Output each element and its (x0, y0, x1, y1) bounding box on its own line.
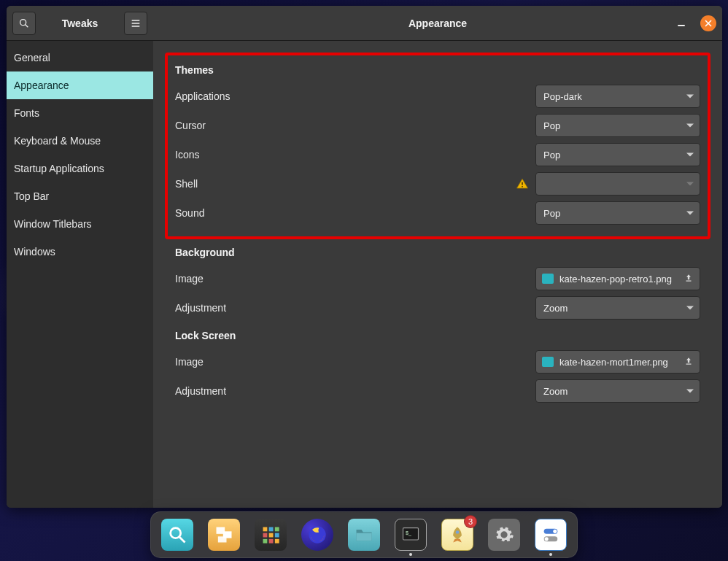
sidebar-item-label: Top Bar (14, 190, 49, 202)
sidebar-item-window-titlebars[interactable]: Window Titlebars (7, 210, 153, 238)
dock-item-workspaces[interactable] (208, 519, 240, 551)
apps-grid-icon (260, 525, 281, 545)
chevron-down-icon (686, 390, 694, 393)
svg-rect-18 (275, 527, 279, 532)
tweaks-window: Tweaks General Appearance Fonts Keyboard… (7, 6, 722, 508)
update-badge: 3 (464, 515, 477, 528)
sidebar: General Appearance Fonts Keyboard & Mous… (7, 41, 153, 508)
search-icon (167, 525, 187, 545)
dock-item-terminal[interactable]: $_ (395, 519, 427, 551)
dock-item-pop-shop[interactable]: 3 (441, 519, 473, 551)
file-name: kate-hazen-mort1mer.png (559, 357, 678, 368)
sidebar-item-label: Appearance (14, 80, 69, 91)
row-bg-image: Image kate-hazen-pop-retro1.png (175, 264, 700, 293)
dock-item-search[interactable] (161, 519, 193, 551)
row-bg-adjustment: Adjustment Zoom (175, 293, 700, 322)
label-cursor: Cursor (175, 120, 535, 131)
window-controls (673, 6, 716, 41)
firefox-icon (307, 525, 328, 545)
combo-icons[interactable]: Pop (535, 143, 700, 166)
content-header: Appearance (153, 6, 722, 41)
background-section: Background Image kate-hazen-pop-retro1.p… (165, 247, 710, 406)
svg-rect-7 (522, 182, 523, 185)
svg-rect-17 (269, 527, 274, 532)
svg-point-11 (171, 528, 181, 538)
toggle-switches-icon (541, 525, 561, 545)
image-thumbnail-icon (542, 357, 554, 367)
combo-value: Pop-dark (543, 91, 692, 102)
combo-value: Pop (543, 150, 692, 160)
sidebar-item-appearance[interactable]: Appearance (7, 71, 153, 99)
svg-point-29 (456, 530, 460, 534)
sidebar-item-startup-applications[interactable]: Startup Applications (7, 155, 153, 182)
left-header: Tweaks (7, 6, 153, 41)
file-chooser-bg-image[interactable]: kate-hazen-pop-retro1.png (535, 267, 700, 290)
label-icons: Icons (175, 149, 535, 160)
search-icon (18, 18, 30, 29)
svg-rect-10 (686, 363, 692, 364)
dock-item-tweaks[interactable] (535, 519, 567, 551)
sidebar-item-keyboard-mouse[interactable]: Keyboard & Mouse (7, 127, 153, 155)
content-pane: Appearance Themes Applications Pop-dark (153, 6, 722, 508)
row-shell: Shell (175, 169, 700, 198)
combo-cursor[interactable]: Pop (535, 114, 700, 137)
chevron-down-icon (686, 306, 694, 310)
label-lock-image: Image (175, 356, 535, 368)
row-lock-image: Image kate-hazen-mort1mer.png (175, 347, 700, 376)
chevron-down-icon (686, 212, 694, 215)
close-button[interactable] (700, 15, 716, 31)
label-shell: Shell (175, 178, 515, 190)
svg-point-33 (545, 537, 549, 541)
background-heading: Background (175, 247, 700, 258)
chevron-down-icon (686, 153, 694, 157)
svg-rect-22 (263, 539, 268, 543)
minimize-button[interactable] (673, 15, 690, 32)
label-sound: Sound (175, 207, 535, 219)
warning-icon (515, 177, 530, 191)
svg-rect-20 (269, 533, 274, 538)
svg-rect-8 (522, 186, 523, 187)
chevron-down-icon (686, 124, 694, 128)
chevron-down-icon (686, 95, 694, 98)
combo-bg-adjustment[interactable]: Zoom (535, 296, 700, 320)
row-lock-adjustment: Adjustment Zoom (175, 376, 700, 406)
label-bg-adjustment: Adjustment (175, 302, 535, 314)
label-applications: Applications (175, 90, 535, 102)
sidebar-item-label: Fonts (14, 107, 39, 119)
upload-icon (684, 273, 694, 285)
sidebar-item-label: Keyboard & Mouse (14, 135, 101, 147)
file-chooser-lock-image[interactable]: kate-hazen-mort1mer.png (535, 350, 700, 374)
dock-item-firefox[interactable] (301, 519, 333, 551)
svg-point-0 (20, 19, 26, 25)
sidebar-item-label: Windows (14, 246, 55, 258)
dock-item-applications[interactable] (255, 519, 287, 551)
dock-item-settings[interactable] (488, 519, 520, 551)
sidebar-item-fonts[interactable]: Fonts (7, 99, 153, 127)
svg-rect-24 (275, 539, 279, 543)
hamburger-menu-button[interactable] (124, 12, 147, 35)
svg-rect-23 (269, 539, 274, 543)
svg-text:$_: $_ (406, 530, 411, 536)
close-icon (705, 20, 712, 27)
file-name: kate-hazen-pop-retro1.png (559, 274, 678, 285)
svg-rect-15 (218, 536, 227, 542)
content: Themes Applications Pop-dark Cursor Pop (153, 41, 722, 508)
sidebar-item-windows[interactable]: Windows (7, 238, 153, 266)
workspaces-icon (214, 525, 234, 545)
folder-icon (354, 525, 374, 545)
combo-applications[interactable]: Pop-dark (535, 85, 700, 108)
row-applications: Applications Pop-dark (175, 82, 700, 111)
label-lock-adjustment: Adjustment (175, 385, 535, 397)
search-button[interactable] (12, 12, 36, 35)
sidebar-item-top-bar[interactable]: Top Bar (7, 182, 153, 210)
svg-point-31 (553, 530, 557, 533)
row-sound: Sound Pop (175, 198, 700, 228)
combo-value: Zoom (543, 303, 692, 314)
gear-icon (494, 525, 514, 545)
combo-sound[interactable]: Pop (535, 201, 700, 225)
running-indicator (549, 553, 552, 556)
rocket-icon (447, 525, 468, 545)
sidebar-item-general[interactable]: General (7, 44, 153, 71)
combo-lock-adjustment[interactable]: Zoom (535, 379, 700, 403)
dock-item-files[interactable] (348, 519, 380, 551)
